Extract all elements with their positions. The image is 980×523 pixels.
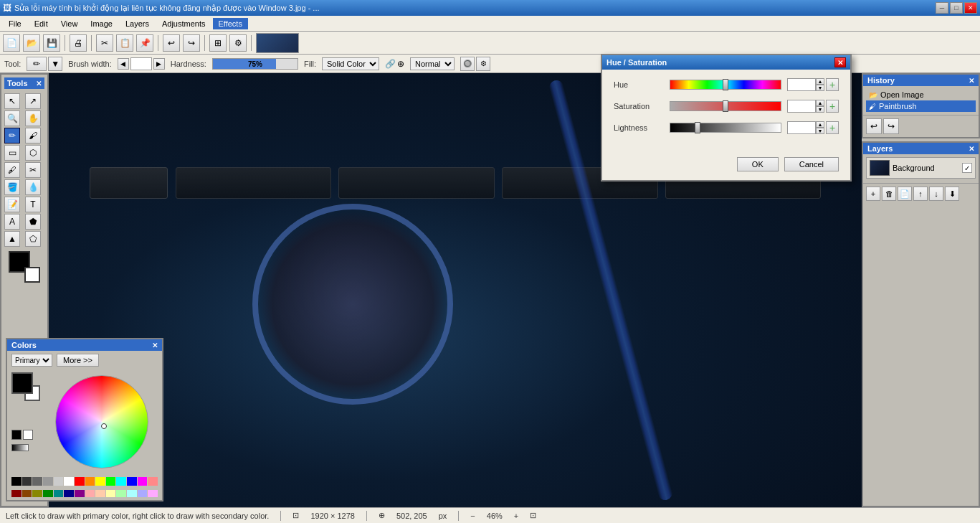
lightness-color-button[interactable]: + [826,121,839,134]
tool-selector[interactable]: ✏ [27,57,47,71]
palette-swatch-5[interactable] [54,477,64,486]
color-wheel-container[interactable] [46,372,158,471]
tool-dropper[interactable]: 💧 [25,179,41,195]
paste-button[interactable]: 📌 [136,34,153,52]
menu-edit[interactable]: Edit [29,18,54,29]
palette2-swatch-14[interactable] [148,490,158,497]
tools-close-button[interactable]: ✕ [36,80,42,88]
print-button[interactable]: 🖨 [70,34,87,52]
history-undo-button[interactable]: ↩ [866,118,882,134]
palette-swatch-4[interactable] [43,477,53,486]
saturation-slider-thumb[interactable] [723,100,728,112]
palette-swatch-11[interactable] [116,477,126,486]
brush-width-decrease[interactable]: ◀ [118,58,129,70]
color-wheel[interactable] [55,375,148,468]
tool-arrow[interactable]: ↖ [4,93,20,109]
history-redo-button[interactable]: ↪ [883,118,899,134]
palette2-swatch-12[interactable] [127,490,137,497]
tool-shape[interactable]: ⬡ [25,145,41,161]
color-type-selector[interactable]: Primary [11,354,52,367]
history-item-paintbrush[interactable]: 🖌 Paintbrush [866,100,976,112]
delete-layer-button[interactable]: 🗑 [882,187,896,201]
extra-tool[interactable]: ⚙ [476,57,490,71]
colors-close-button[interactable]: ✕ [152,341,158,349]
palette2-swatch-8[interactable] [85,490,95,497]
palette2-swatch-7[interactable] [75,490,85,497]
more-colors-button[interactable]: More >> [57,354,99,367]
palette-swatch-9[interactable] [95,477,105,486]
palette-swatch-7[interactable] [75,477,85,486]
white-swatch[interactable] [23,430,33,440]
lightness-down-arrow[interactable]: ▼ [816,128,824,134]
maximize-button[interactable]: □ [950,2,963,14]
opacity-tool[interactable]: 🔘 [460,57,475,71]
dialog-close-button[interactable]: ✕ [834,57,846,67]
palette2-swatch-1[interactable] [11,490,22,497]
menu-view[interactable]: View [55,18,84,29]
ok-button[interactable]: OK [737,157,779,171]
tool-smudge[interactable]: 📝 [4,197,20,212]
menu-image[interactable]: Image [85,18,118,29]
palette2-swatch-6[interactable] [64,490,74,497]
tool-fill[interactable]: 🪣 [4,179,20,195]
lightness-value-input[interactable]: -69 [787,121,816,134]
tool-select[interactable]: A [4,214,20,230]
cut-button[interactable]: ✂ [96,34,113,52]
tool-wand[interactable]: ⬠ [25,231,41,247]
palette2-swatch-13[interactable] [138,490,148,497]
menu-effects[interactable]: Effects [213,18,248,29]
palette-swatch-2[interactable] [22,477,32,486]
palette2-swatch-2[interactable] [22,490,32,497]
fill-selector[interactable]: Solid Color [322,57,379,70]
menu-file[interactable]: File [3,18,27,29]
palette2-swatch-9[interactable] [95,490,105,497]
palette2-swatch-5[interactable] [54,490,64,497]
close-button[interactable]: ✕ [964,2,977,14]
saturation-up-arrow[interactable]: ▲ [816,100,824,106]
tool-eraser[interactable]: ▭ [4,145,20,161]
saturation-value-input[interactable]: 100 [787,100,816,113]
tool-text[interactable]: T [25,197,41,212]
cancel-button[interactable]: Cancel [784,157,839,171]
palette-swatch-10[interactable] [106,477,116,486]
tool-lasso[interactable]: ⬟ [25,214,41,230]
status-fit-icon[interactable]: ⊡ [530,511,536,520]
color-swatch-area[interactable] [9,251,40,283]
lightness-slider-track[interactable] [670,123,781,133]
brush-width-input[interactable]: 2 [130,57,152,70]
redo-button[interactable]: ↪ [183,34,200,52]
status-zoom-in[interactable]: + [514,512,518,520]
tool-zoom[interactable]: 🔍 [4,110,20,126]
secondary-color-swatch[interactable] [24,267,40,283]
palette-swatch-8[interactable] [85,477,95,486]
status-zoom-out[interactable]: − [470,512,475,520]
settings-button[interactable]: ⚙ [229,34,247,52]
palette-swatch-12[interactable] [127,477,137,486]
palette2-swatch-3[interactable] [32,490,42,497]
undo-button[interactable]: ↩ [163,34,180,52]
palette-swatch-6[interactable] [64,477,74,486]
history-item-open[interactable]: 📂 Open Image [866,89,976,100]
hue-slider-thumb[interactable] [723,79,728,90]
saturation-color-button[interactable]: + [826,100,839,113]
blend-mode-selector[interactable]: Normal [410,57,455,70]
primary-swatch[interactable] [11,372,33,394]
new-button[interactable]: 📄 [3,34,20,52]
palette-swatch-3[interactable] [32,477,42,486]
move-layer-up-button[interactable]: ↑ [913,187,928,201]
hue-down-arrow[interactable]: ▼ [816,85,824,91]
brush-width-increase[interactable]: ▶ [153,58,165,70]
hue-color-button[interactable]: + [826,78,839,91]
merge-layer-button[interactable]: ⬇ [945,187,959,201]
tool-pencil[interactable]: ✏ [4,128,20,143]
palette-swatch-13[interactable] [138,477,148,486]
saturation-slider-track[interactable] [670,101,781,111]
hue-value-input[interactable]: 0 [787,78,816,91]
history-close-button[interactable]: ✕ [969,77,974,85]
tool-clone[interactable]: ✂ [25,162,41,178]
duplicate-layer-button[interactable]: 📄 [898,187,912,201]
lightness-slider-thumb[interactable] [695,122,700,133]
tool-polygon[interactable]: ▲ [4,231,20,247]
tool-move[interactable]: ↗ [25,93,41,109]
color-wheel-handle[interactable] [101,423,107,429]
